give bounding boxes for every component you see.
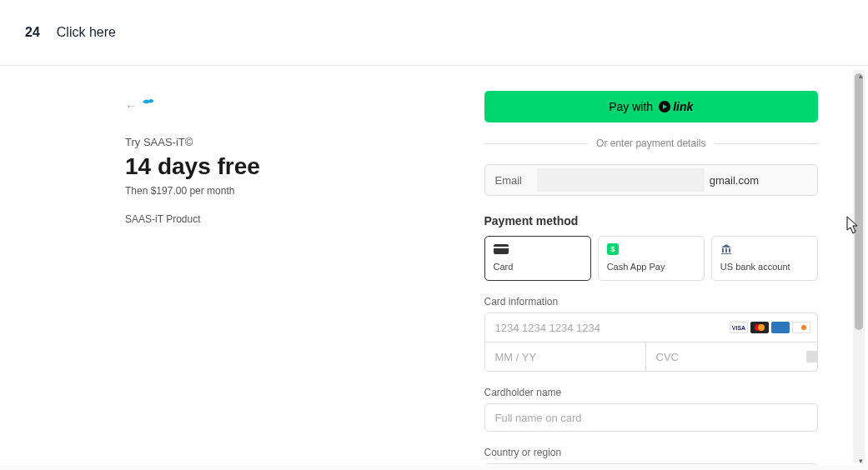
- svg-point-7: [801, 325, 806, 330]
- step-number: 24: [25, 25, 40, 40]
- payment-method-tabs: Card $ Cash App Pay US bank account: [484, 236, 819, 281]
- pay-with-link-button[interactable]: Pay with link: [484, 91, 819, 122]
- svg-rect-1: [494, 244, 509, 254]
- svg-rect-2: [494, 247, 509, 248]
- card-cvc-input[interactable]: [646, 342, 806, 371]
- tab-cash-app[interactable]: $ Cash App Pay: [598, 236, 705, 281]
- discover-icon: [792, 322, 810, 333]
- trial-headline: 14 days free: [125, 153, 393, 180]
- scrollbar-thumb[interactable]: [855, 73, 863, 330]
- back-arrow-icon[interactable]: ←: [125, 99, 137, 112]
- amex-icon: [771, 322, 790, 333]
- scroll-down-icon[interactable]: ▾: [859, 457, 863, 465]
- link-logo-icon: link: [658, 100, 693, 113]
- price-after-trial: Then $197.00 per month: [125, 185, 393, 197]
- payment-method-heading: Payment method: [484, 214, 819, 228]
- card-info-label: Card information: [484, 296, 819, 308]
- cursor-icon: [841, 215, 860, 241]
- cash-app-icon: $: [607, 243, 619, 255]
- trial-eyebrow: Try SAAS-iT©: [125, 136, 393, 148]
- bank-icon: [720, 243, 732, 255]
- country-label: Country or region: [484, 447, 819, 458]
- right-panel: Pay with link Or enter payment details E…: [434, 66, 869, 466]
- visa-icon: VISA: [730, 322, 748, 333]
- card-icon: [494, 243, 509, 255]
- divider: Or enter payment details: [484, 138, 819, 149]
- brand-logo-icon: [140, 96, 155, 106]
- pay-with-label: Pay with: [609, 100, 653, 113]
- mastercard-icon: [750, 322, 769, 333]
- svg-point-6: [758, 324, 765, 331]
- cvc-icon: [806, 351, 819, 362]
- product-name: SAAS-iT Product: [125, 213, 393, 225]
- left-panel: ← Try SAAS-iT© 14 days free Then $197.00…: [0, 66, 434, 466]
- email-masked-area: [537, 168, 705, 192]
- cardholder-name-input[interactable]: [484, 403, 819, 432]
- country-select[interactable]: United States: [485, 464, 818, 466]
- email-field[interactable]: Email gmail.com: [484, 164, 819, 196]
- card-inputs: VISA: [484, 312, 819, 372]
- email-label: Email: [485, 174, 533, 187]
- tab-us-bank[interactable]: US bank account: [711, 236, 818, 281]
- step-header: 24 Click here: [0, 0, 868, 66]
- cardholder-label: Cardholder name: [484, 387, 819, 398]
- svg-text:$: $: [610, 245, 615, 253]
- card-number-input[interactable]: [485, 313, 730, 342]
- content: ← Try SAAS-iT© 14 days free Then $197.00…: [0, 66, 868, 466]
- card-expiry-input[interactable]: [485, 342, 646, 371]
- tab-card[interactable]: Card: [484, 236, 591, 281]
- step-title: Click here: [57, 25, 116, 40]
- email-domain: gmail.com: [710, 174, 817, 187]
- card-brands: VISA: [730, 322, 817, 333]
- scroll-up-icon[interactable]: ▴: [859, 72, 863, 80]
- divider-text: Or enter payment details: [596, 138, 705, 149]
